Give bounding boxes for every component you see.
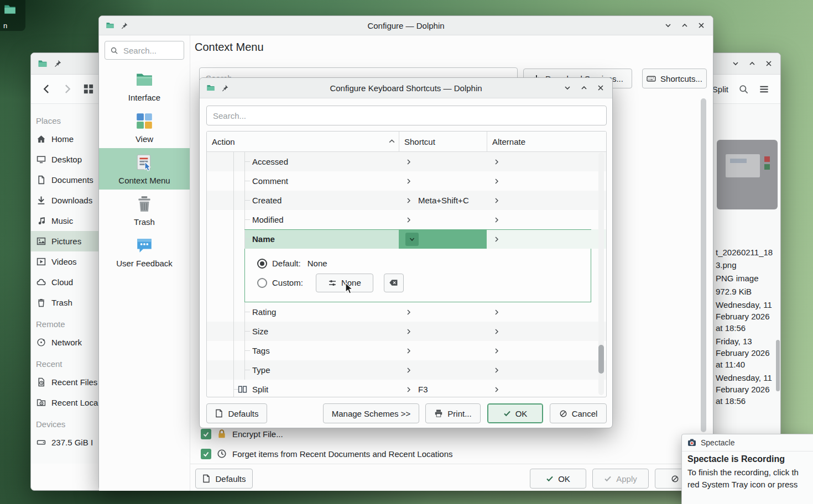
shortcut-row-accessed[interactable]: Accessed bbox=[207, 152, 606, 171]
shortcuts-dialog-titlebar[interactable]: Configure Keyboard Shortcuts — Dolphin bbox=[200, 78, 612, 98]
column-alternate[interactable]: Alternate bbox=[487, 132, 606, 151]
place-item-recent-loca[interactable]: Recent Loca bbox=[31, 392, 98, 413]
table-scrollbar[interactable] bbox=[598, 153, 604, 395]
alternate-cell[interactable] bbox=[487, 380, 606, 397]
alternate-cell[interactable] bbox=[487, 341, 606, 360]
shortcut-dropdown-icon[interactable] bbox=[405, 233, 419, 246]
maximize-button[interactable] bbox=[746, 57, 758, 70]
alternate-cell[interactable] bbox=[487, 322, 606, 341]
shortcut-row-type[interactable]: Type bbox=[207, 360, 606, 380]
shortcuts-search[interactable] bbox=[206, 106, 607, 125]
place-item-desktop[interactable]: Desktop bbox=[31, 149, 98, 170]
expander-icon[interactable] bbox=[493, 309, 500, 316]
place-item-trash[interactable]: Trash bbox=[31, 292, 98, 313]
service-row-forget-items[interactable]: Forget items from Recent Documents and R… bbox=[201, 445, 453, 462]
shortcut-cell[interactable] bbox=[399, 210, 487, 229]
shortcut-cell[interactable] bbox=[399, 171, 487, 191]
expander-icon[interactable] bbox=[493, 367, 500, 374]
view-mode-icon[interactable] bbox=[83, 83, 94, 95]
place-item-pictures[interactable]: Pictures bbox=[31, 231, 98, 251]
maximize-button[interactable] bbox=[679, 19, 691, 32]
expander-icon[interactable] bbox=[405, 348, 412, 354]
configure-dialog-titlebar[interactable]: Configure — Dolphin bbox=[99, 16, 713, 35]
place-item-network[interactable]: Network bbox=[31, 332, 98, 353]
action-cell[interactable]: Rating bbox=[207, 302, 399, 322]
expander-icon[interactable] bbox=[493, 197, 500, 204]
action-cell[interactable]: Type bbox=[207, 360, 399, 380]
forward-button[interactable] bbox=[62, 83, 73, 95]
expander-icon[interactable] bbox=[405, 367, 412, 374]
shortcut-row-name[interactable]: Name bbox=[207, 229, 606, 249]
close-button[interactable] bbox=[763, 57, 775, 70]
place-item-documents[interactable]: Documents bbox=[31, 170, 98, 190]
settings-search-input[interactable] bbox=[122, 45, 179, 56]
minimize-button[interactable] bbox=[729, 57, 742, 70]
expander-icon[interactable] bbox=[493, 236, 500, 243]
shortcut-row-rating[interactable]: Rating bbox=[207, 302, 606, 322]
sort-ascending-icon[interactable] bbox=[388, 138, 395, 145]
minimize-button[interactable] bbox=[561, 82, 574, 94]
column-action[interactable]: Action bbox=[207, 132, 399, 151]
defaults-button[interactable]: Defaults bbox=[195, 469, 253, 489]
alternate-cell[interactable] bbox=[487, 171, 606, 191]
shortcut-row-size[interactable]: Size bbox=[207, 322, 606, 341]
back-button[interactable] bbox=[41, 83, 52, 95]
alternate-cell[interactable] bbox=[487, 210, 606, 229]
spectacle-notification[interactable]: Spectacle Spectacle is Recording To fini… bbox=[681, 434, 813, 504]
menu-icon[interactable] bbox=[759, 84, 769, 95]
place-item-home[interactable]: Home bbox=[31, 129, 98, 149]
sidebar-item-interface[interactable]: Interface bbox=[99, 65, 190, 107]
minimize-button[interactable] bbox=[662, 19, 674, 32]
place-item-music[interactable]: Music bbox=[31, 211, 98, 231]
place-item-237-5-gib-i[interactable]: 237.5 GiB I bbox=[31, 432, 98, 453]
expander-icon[interactable] bbox=[493, 217, 500, 223]
expander-icon[interactable] bbox=[405, 178, 412, 185]
checkbox-checked[interactable] bbox=[201, 429, 211, 439]
shortcut-row-modified[interactable]: Modified bbox=[207, 210, 606, 229]
expander-icon[interactable] bbox=[493, 386, 500, 393]
column-shortcut[interactable]: Shortcut bbox=[399, 132, 487, 151]
print-button[interactable]: Print... bbox=[425, 403, 481, 423]
shortcut-cell[interactable] bbox=[399, 302, 487, 322]
expander-icon[interactable] bbox=[493, 178, 500, 185]
action-cell[interactable]: Accessed bbox=[207, 152, 399, 171]
place-item-downloads[interactable]: Downloads bbox=[31, 190, 98, 211]
shortcuts-button[interactable]: Shortcuts... bbox=[642, 69, 707, 88]
alternate-cell[interactable] bbox=[487, 191, 606, 210]
place-item-cloud[interactable]: Cloud bbox=[31, 272, 98, 292]
shortcut-cell[interactable]: Meta+Shift+C bbox=[399, 191, 487, 210]
shortcut-row-tags[interactable]: Tags bbox=[207, 341, 606, 360]
shortcuts-search-input[interactable] bbox=[212, 111, 601, 121]
pin-icon[interactable] bbox=[221, 84, 229, 92]
search-icon[interactable] bbox=[738, 84, 749, 95]
action-cell[interactable]: Created bbox=[207, 191, 399, 210]
expander-icon[interactable] bbox=[405, 386, 412, 393]
place-item-recent-files[interactable]: Recent Files bbox=[31, 372, 98, 392]
shortcut-cell[interactable] bbox=[399, 322, 487, 341]
action-cell[interactable]: Split bbox=[207, 380, 399, 397]
shortcut-cell[interactable]: F3 bbox=[399, 380, 487, 397]
table-header[interactable]: Action Shortcut Alternate bbox=[207, 132, 606, 152]
sidebar-item-context-menu[interactable]: Context Menu bbox=[99, 148, 190, 190]
maximize-button[interactable] bbox=[578, 82, 590, 94]
apply-button[interactable]: Apply bbox=[592, 469, 649, 489]
shortcut-row-created[interactable]: CreatedMeta+Shift+C bbox=[207, 191, 606, 210]
sidebar-item-view[interactable]: View bbox=[99, 107, 190, 148]
pin-icon[interactable] bbox=[120, 22, 128, 30]
default-radio[interactable] bbox=[257, 259, 267, 269]
expander-icon[interactable] bbox=[405, 159, 412, 165]
expander-icon[interactable] bbox=[493, 328, 500, 335]
expander-icon[interactable] bbox=[405, 309, 412, 316]
expander-icon[interactable] bbox=[405, 217, 412, 223]
action-cell[interactable]: Comment bbox=[207, 171, 399, 191]
place-item-videos[interactable]: Videos bbox=[31, 251, 98, 272]
ok-button[interactable]: OK bbox=[487, 403, 543, 423]
action-cell[interactable]: Size bbox=[207, 322, 399, 341]
shortcut-row-split[interactable]: SplitF3 bbox=[207, 380, 606, 397]
manage-schemes-button[interactable]: Manage Schemes >> bbox=[323, 403, 419, 423]
cancel-button[interactable]: Cancel bbox=[550, 403, 607, 423]
sidebar-item-trash[interactable]: Trash bbox=[99, 190, 190, 231]
pin-icon[interactable] bbox=[53, 59, 62, 68]
ok-button[interactable]: OK bbox=[530, 469, 586, 489]
panel-scrollbar[interactable] bbox=[776, 340, 780, 391]
